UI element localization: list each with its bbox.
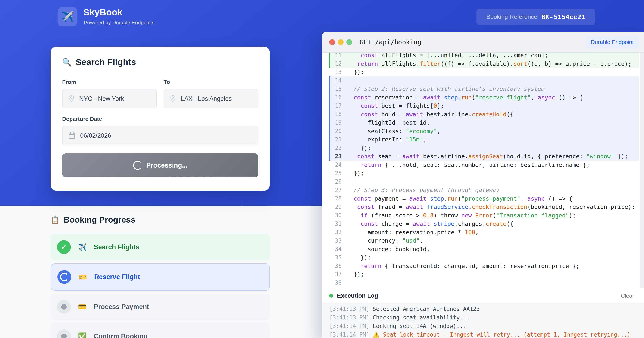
- code-line-13: 13});: [329, 68, 639, 76]
- progress-step-reserve-flight: 🎫Reserve Flight: [51, 263, 270, 291]
- line-code: return allFlights.filter((f) => f.availa…: [342, 60, 632, 67]
- code-line-27: 27// Step 3: Process payment through gat…: [329, 186, 639, 194]
- from-value: NYC - New York: [79, 95, 124, 102]
- code-editor-panel: GET /api/booking Durable Endpoint 11 con…: [322, 32, 644, 338]
- code-line-23: 23 const seat = await best.airline.assig…: [329, 152, 639, 161]
- line-code: return { ...hold, seat: seat.number, air…: [342, 162, 590, 168]
- line-code: const best = flights[0];: [342, 102, 444, 109]
- code-line-18: 18 const hold = await best.airline.creat…: [329, 110, 639, 119]
- code-line-11: 11 const allFlights = [...united, ...del…: [329, 53, 639, 59]
- log-entry: [3:41:14 PM] ⚠️ Seat lock timeout – Inng…: [329, 330, 637, 338]
- execution-log-title: Execution Log: [337, 292, 378, 299]
- line-number: 19: [329, 120, 342, 126]
- line-number: 12: [329, 60, 342, 67]
- line-number: 18: [329, 111, 342, 117]
- line-number: 26: [329, 178, 342, 185]
- line-number: 17: [329, 103, 342, 109]
- step-pending-icon: [57, 300, 71, 314]
- line-number: 27: [329, 187, 342, 193]
- line-code: flightId: best.id,: [342, 119, 430, 126]
- code-line-15: 15// Step 2: Reserve seat with airline's…: [329, 85, 639, 93]
- step-label: Process Payment: [94, 303, 149, 311]
- search-submit-label: Processing...: [146, 162, 188, 169]
- log-entry: [3:41:13 PM] Checking seat availability.…: [329, 313, 637, 322]
- log-message: Locking seat 14A (window)...: [373, 323, 466, 329]
- step-spinner-icon: [58, 270, 71, 284]
- line-code: return { transactionId: charge.id, amoun…: [342, 263, 580, 269]
- line-number: 23: [329, 153, 342, 160]
- to-field[interactable]: LAX - Los Angeles: [164, 89, 258, 108]
- line-number: 25: [329, 170, 342, 176]
- editor-header: GET /api/booking Durable Endpoint: [322, 32, 644, 53]
- code-line-12: 12 return allFlights.filter((f) => f.ava…: [329, 59, 639, 68]
- location-pin-icon: [68, 95, 74, 102]
- booking-progress-steps: ✓✈️Search Flights🎫Reserve Flight💳Process…: [51, 234, 270, 338]
- line-number: 15: [329, 86, 342, 92]
- code-line-34: 34 source: bookingId,: [329, 245, 639, 254]
- departure-date-label: Departure Date: [62, 116, 258, 122]
- code-line-19: 19 flightId: best.id,: [329, 118, 639, 127]
- step-emoji-icon: ✅: [78, 332, 86, 338]
- clear-log-button[interactable]: Clear: [620, 292, 636, 299]
- line-code: const allFlights = [...united, ...delta,…: [342, 53, 548, 58]
- code-line-16: 16const reservation = await step.run("re…: [329, 93, 639, 102]
- code-line-26: 26: [329, 177, 639, 186]
- app-title: SkyBook: [83, 7, 122, 17]
- code-line-22: 22 });: [329, 144, 639, 152]
- line-code: amount: reservation.price * 100,: [342, 229, 478, 236]
- line-number: 24: [329, 162, 342, 168]
- line-number: 34: [329, 246, 342, 252]
- line-number: 35: [329, 254, 342, 261]
- booking-progress-title: Booking Progress: [64, 215, 135, 224]
- log-entry: [3:41:14 PM] Locking seat 14A (window)..…: [329, 322, 637, 330]
- code-line-32: 32 amount: reservation.price * 100,: [329, 228, 639, 237]
- line-number: 13: [329, 69, 342, 75]
- booking-reference-value: BK-5154cc21: [542, 13, 585, 21]
- scrollbar-track[interactable]: [640, 53, 644, 289]
- from-field[interactable]: NYC - New York: [62, 89, 157, 108]
- line-number: 21: [329, 136, 342, 143]
- code-lines[interactable]: 11 const allFlights = [...united, ...del…: [322, 53, 644, 289]
- departure-date-value: 06/02/2026: [80, 132, 111, 139]
- line-number: 38: [329, 280, 342, 286]
- log-message: ⚠️ Seat lock timeout – Inngest will retr…: [373, 332, 630, 338]
- log-timestamp: [3:41:13 PM]: [329, 314, 373, 321]
- code-line-14: 14: [329, 76, 639, 85]
- line-code: currency: "usd",: [342, 237, 423, 244]
- code-line-30: 30 if (fraud.score > 0.8) throw new Erro…: [329, 211, 639, 220]
- line-code: seatClass: "economy",: [342, 128, 440, 135]
- log-timestamp: [3:41:14 PM]: [329, 332, 373, 338]
- line-code: const fraud = await fraudService.checkTr…: [342, 203, 635, 210]
- departure-date-field[interactable]: 06/02/2026: [62, 126, 258, 145]
- line-code: source: bookingId,: [342, 246, 430, 252]
- window-maximize-icon: [346, 39, 352, 45]
- code-line-20: 20 seatClass: "economy",: [329, 127, 639, 136]
- code-line-35: 35 });: [329, 253, 639, 262]
- step-label: Reserve Flight: [94, 273, 140, 281]
- window-minimize-icon: [338, 39, 344, 45]
- loading-spinner-icon: [133, 161, 142, 170]
- line-number: 14: [329, 77, 342, 84]
- to-value: LAX - Los Angeles: [181, 95, 232, 102]
- line-number: 31: [329, 221, 342, 227]
- step-emoji-icon: 💳: [78, 303, 86, 311]
- log-timestamp: [3:41:14 PM]: [329, 323, 373, 329]
- line-number: 29: [329, 204, 342, 210]
- log-timestamp: [3:41:13 PM]: [329, 306, 373, 312]
- line-number: 22: [329, 145, 342, 151]
- line-code: const charge = await stripe.charges.crea…: [342, 220, 514, 227]
- code-line-28: 28const payment = await step.run("proces…: [329, 194, 639, 203]
- line-number: 33: [329, 237, 342, 244]
- search-submit-button[interactable]: Processing...: [62, 154, 258, 177]
- calendar-icon: [68, 132, 76, 140]
- code-line-21: 21 expiresIn: "15m",: [329, 135, 639, 144]
- line-code: const payment = await step.run("process-…: [342, 195, 572, 202]
- line-code: // Step 3: Process payment through gatew…: [342, 187, 500, 193]
- execution-log-entries: [3:41:13 PM] Selected American Airlines …: [322, 304, 644, 338]
- line-code: expiresIn: "15m",: [342, 136, 426, 143]
- line-code: });: [342, 69, 364, 75]
- booking-reference-pill: Booking Reference: BK-5154cc21: [476, 8, 595, 25]
- line-number: 32: [329, 229, 342, 235]
- code-line-33: 33 currency: "usd",: [329, 236, 639, 245]
- code-line-17: 17 const best = flights[0];: [329, 102, 639, 110]
